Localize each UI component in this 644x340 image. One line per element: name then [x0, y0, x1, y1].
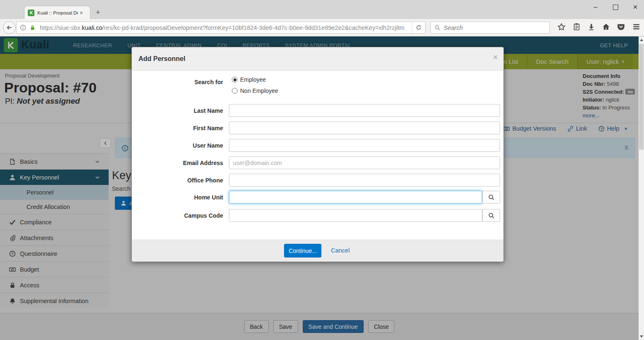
window-maximize-button[interactable]	[611, 2, 620, 12]
kuali-favicon-icon	[28, 10, 34, 16]
campus-code-lookup-button[interactable]	[482, 209, 500, 222]
office-phone-input[interactable]	[229, 174, 500, 187]
browser-titlebar: Kuali :: Proposal Developme × + – ×	[0, 0, 644, 19]
bookmark-star-icon[interactable]	[557, 23, 566, 31]
search-icon	[435, 25, 440, 31]
scrollbar-thumb[interactable]	[639, 44, 644, 150]
first-name-input[interactable]	[229, 121, 500, 134]
window-close-button[interactable]: ×	[631, 2, 640, 12]
last-name-input[interactable]	[229, 104, 500, 117]
search-icon	[488, 212, 495, 219]
browser-search-input[interactable]	[443, 24, 540, 32]
continue-button[interactable]: Continue...	[284, 244, 321, 257]
email-address-input[interactable]	[229, 156, 500, 169]
cancel-link[interactable]: Cancel	[331, 247, 350, 254]
home-icon[interactable]	[602, 23, 610, 31]
scroll-down-icon[interactable]	[640, 335, 643, 338]
home-unit-lookup-button[interactable]	[482, 191, 500, 204]
back-button[interactable]	[3, 21, 16, 34]
window-minimize-button[interactable]: –	[591, 2, 600, 12]
reading-list-icon[interactable]	[573, 23, 581, 31]
home-unit-label: Home Unit	[132, 194, 223, 201]
tab-close-icon[interactable]: ×	[80, 10, 83, 16]
maximize-icon	[613, 5, 618, 10]
modal-header: Add Personnel ×	[132, 47, 503, 71]
page-scrollbar[interactable]	[639, 36, 644, 340]
employee-radio[interactable]	[232, 77, 238, 83]
browser-search-box[interactable]	[430, 22, 550, 34]
office-phone-label: Office Phone	[132, 177, 223, 184]
modal-close-icon[interactable]: ×	[493, 53, 498, 61]
window-controls: – ×	[591, 2, 640, 12]
back-arrow-icon	[6, 24, 13, 31]
browser-tab[interactable]: Kuali :: Proposal Developme ×	[24, 6, 90, 19]
page-info-icon[interactable]	[20, 24, 26, 31]
add-personnel-modal: Add Personnel × Search for Employee Non …	[131, 47, 504, 261]
home-unit-input[interactable]	[229, 191, 482, 204]
tab-title: Kuali :: Proposal Developme	[37, 10, 78, 15]
non-employee-radio-label: Non Employee	[240, 87, 278, 94]
menu-hamburger-icon[interactable]	[632, 22, 641, 31]
url-path: /res/kc-pd-krad/proposalDevelopment?form…	[102, 24, 405, 31]
url-bar[interactable]: https://siue-sbx.kuali.co/res/kc-pd-krad…	[16, 22, 425, 34]
browser-nav-toolbar: https://siue-sbx.kuali.co/res/kc-pd-krad…	[0, 19, 644, 36]
non-employee-radio-row: Non Employee	[232, 87, 278, 94]
campus-code-label: Campus Code	[132, 212, 223, 219]
search-for-label: Search for	[132, 79, 223, 85]
search-icon	[488, 194, 495, 201]
scroll-up-icon[interactable]	[640, 39, 643, 41]
modal-footer: Continue... Cancel	[132, 240, 503, 262]
modal-title: Add Personnel	[139, 55, 185, 63]
url-text: https://siue-sbx.kuali.co/res/kc-pd-krad…	[40, 24, 405, 31]
reload-icon	[416, 24, 422, 31]
employee-radio-label: Employee	[240, 76, 266, 83]
non-employee-radio[interactable]	[232, 88, 238, 94]
last-name-label: Last Name	[132, 107, 223, 114]
url-prefix: https://siue-sbx.	[40, 24, 82, 31]
employee-radio-row: Employee	[232, 76, 266, 83]
https-lock-icon[interactable]	[29, 24, 36, 31]
email-address-label: Email Address	[132, 160, 223, 166]
campus-code-input[interactable]	[229, 209, 482, 222]
downloads-icon[interactable]	[588, 23, 595, 31]
toolbar-icons	[557, 22, 641, 31]
user-name-input[interactable]	[229, 139, 500, 152]
url-domain: kuali.co	[82, 24, 102, 31]
reload-button[interactable]	[412, 22, 425, 33]
new-tab-button[interactable]: +	[96, 8, 100, 17]
first-name-label: First Name	[132, 125, 223, 131]
pocket-icon[interactable]	[617, 23, 625, 31]
user-name-label: User Name	[132, 142, 223, 149]
